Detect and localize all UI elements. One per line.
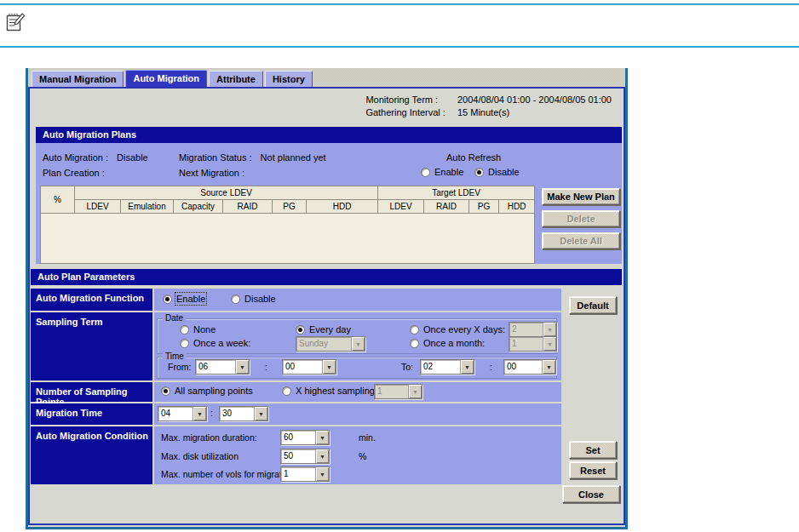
week-day-select: Sunday▼ bbox=[296, 336, 365, 352]
week-day-value: Sunday bbox=[296, 337, 351, 351]
delete-all-button[interactable]: Delete All bbox=[542, 232, 620, 249]
tab-manual-migration[interactable]: Manual Migration bbox=[32, 71, 124, 87]
date-once-month-label: Once a month: bbox=[423, 338, 485, 348]
gathering-interval-value: 15 Minute(s) bbox=[457, 107, 612, 117]
col-target-raid: RAID bbox=[424, 200, 469, 214]
to-colon: : bbox=[490, 362, 492, 372]
col-source-pg: PG bbox=[273, 200, 307, 214]
col-target-hdd: HDD bbox=[499, 200, 535, 214]
tab-attribute[interactable]: Attribute bbox=[209, 71, 263, 87]
chevron-down-icon: ▼ bbox=[315, 467, 329, 481]
chevron-down-icon: ▼ bbox=[254, 407, 267, 420]
chevron-down-icon: ▼ bbox=[315, 449, 329, 463]
col-source-capacity: Capacity bbox=[174, 200, 223, 214]
plans-section: Auto Migration Plans Auto Migration :Dis… bbox=[36, 127, 622, 264]
max-vols-select[interactable]: 1▼ bbox=[280, 466, 330, 482]
plans-buttons: Make New Plan Delete Delete All bbox=[542, 188, 620, 264]
date-once-week-radio[interactable]: Once a week: bbox=[180, 338, 250, 348]
radio-circle bbox=[163, 295, 172, 304]
to-hour-value: 02 bbox=[421, 360, 460, 374]
set-button[interactable]: Set bbox=[569, 441, 617, 459]
gathering-interval-label: Gathering Interval : bbox=[365, 107, 445, 117]
max-duration-unit: min. bbox=[359, 432, 376, 443]
col-group-source-ldev: Source LDEV bbox=[75, 186, 378, 200]
monitoring-term-value: 2004/08/04 01:00 - 2004/08/05 01:00 bbox=[457, 94, 612, 105]
chevron-down-icon: ▼ bbox=[543, 337, 556, 351]
from-hour-select[interactable]: 06▼ bbox=[195, 359, 250, 375]
plans-section-body: Auto Migration :Disable Migration Status… bbox=[36, 143, 622, 264]
next-migration-label: Next Migration : bbox=[179, 168, 244, 178]
date-once-month-radio[interactable]: Once a month: bbox=[410, 338, 485, 348]
date-once-week-label: Once a week: bbox=[193, 338, 250, 348]
to-label: To: bbox=[401, 362, 413, 372]
radio-circle bbox=[474, 168, 484, 177]
all-sampling-points-radio[interactable]: All sampling points bbox=[161, 386, 253, 396]
chevron-down-icon: ▼ bbox=[322, 360, 336, 374]
auto-refresh-label: Auto Refresh bbox=[446, 152, 501, 163]
col-group-target-ldev: Target LDEV bbox=[378, 186, 535, 200]
monitoring-term-label: Monitoring Term : bbox=[365, 94, 445, 105]
auto-refresh-disable-radio[interactable]: Disable bbox=[474, 167, 520, 177]
radio-circle bbox=[282, 386, 291, 396]
function-enable-radio[interactable]: Enable bbox=[163, 294, 205, 304]
default-button[interactable]: Default bbox=[569, 296, 617, 314]
row-sampling-term: Sampling Term Date None Every day Once e… bbox=[31, 312, 561, 380]
plan-creation-label: Plan Creation : bbox=[43, 168, 105, 178]
chevron-down-icon: ▼ bbox=[193, 407, 206, 420]
to-minute-value: 00 bbox=[504, 360, 542, 374]
function-enable-label: Enable bbox=[176, 294, 205, 304]
max-vols-value: 1 bbox=[281, 467, 315, 481]
migration-status-label: Migration Status : bbox=[179, 152, 252, 163]
auto-migration-value: Disable bbox=[117, 152, 148, 163]
plans-table-empty-body bbox=[41, 214, 535, 264]
chevron-down-icon: ▼ bbox=[351, 337, 365, 351]
row-sampling-points: Number of Sampling Points All sampling p… bbox=[31, 382, 561, 402]
once-x-days-select: 2▼ bbox=[509, 322, 557, 337]
col-percent: % bbox=[41, 186, 75, 214]
top-divider-line bbox=[0, 3, 799, 5]
close-button[interactable]: Close bbox=[562, 485, 620, 503]
max-duration-value: 60 bbox=[281, 431, 315, 444]
function-disable-radio[interactable]: Disable bbox=[231, 294, 276, 304]
radio-circle bbox=[410, 339, 419, 348]
from-minute-select[interactable]: 00▼ bbox=[282, 359, 336, 375]
migration-minute-select[interactable]: 30▼ bbox=[219, 406, 268, 421]
make-new-plan-button[interactable]: Make New Plan bbox=[542, 188, 620, 205]
row-auto-migration-function: Auto Migration Function Enable Disable bbox=[31, 289, 561, 311]
x-highest-points-select: 1▼ bbox=[374, 384, 422, 399]
date-none-label: None bbox=[193, 324, 216, 335]
migration-hour-select[interactable]: 04▼ bbox=[158, 406, 207, 421]
to-minute-select[interactable]: 00▼ bbox=[503, 359, 556, 375]
chevron-down-icon: ▼ bbox=[408, 385, 422, 398]
max-duration-select[interactable]: 60▼ bbox=[280, 430, 330, 445]
plans-section-header: Auto Migration Plans bbox=[36, 127, 622, 143]
reset-button[interactable]: Reset bbox=[569, 461, 617, 479]
auto-refresh-enable-radio[interactable]: Enable bbox=[421, 167, 463, 177]
row-auto-migration-condition: Auto Migration Condition Max. migration … bbox=[31, 426, 561, 484]
tab-history[interactable]: History bbox=[265, 71, 313, 87]
once-x-days-value: 2 bbox=[509, 323, 543, 336]
chevron-down-icon: ▼ bbox=[315, 431, 329, 444]
col-source-ldev: LDEV bbox=[75, 200, 121, 214]
delete-button[interactable]: Delete bbox=[542, 210, 620, 227]
function-disable-label: Disable bbox=[244, 294, 276, 304]
parameters-body: Auto Migration Function Enable Disable S… bbox=[31, 289, 622, 484]
date-every-day-radio[interactable]: Every day bbox=[296, 324, 351, 335]
migration-time-label: Migration Time bbox=[31, 403, 152, 425]
col-target-ldev: LDEV bbox=[378, 200, 424, 214]
tab-auto-migration[interactable]: Auto Migration bbox=[125, 70, 207, 87]
to-hour-select[interactable]: 02▼ bbox=[420, 359, 474, 375]
plans-status-info: Auto Migration :Disable Migration Status… bbox=[36, 145, 622, 184]
max-utilization-value: 50 bbox=[281, 449, 315, 463]
chevron-down-icon: ▼ bbox=[460, 360, 474, 374]
migration-dialog: Manual Migration Auto Migration Attribut… bbox=[26, 68, 628, 529]
radio-circle bbox=[180, 339, 189, 348]
date-none-radio[interactable]: None bbox=[180, 324, 216, 335]
from-label: From: bbox=[168, 362, 191, 372]
date-once-x-days-radio[interactable]: Once every X days: bbox=[410, 324, 505, 335]
chevron-down-icon: ▼ bbox=[543, 323, 556, 336]
auto-migration-label: Auto Migration : bbox=[43, 152, 108, 163]
radio-circle bbox=[410, 325, 419, 335]
max-utilization-select[interactable]: 50▼ bbox=[280, 449, 330, 464]
monitoring-info: Monitoring Term : 2004/08/04 01:00 - 200… bbox=[365, 94, 612, 117]
